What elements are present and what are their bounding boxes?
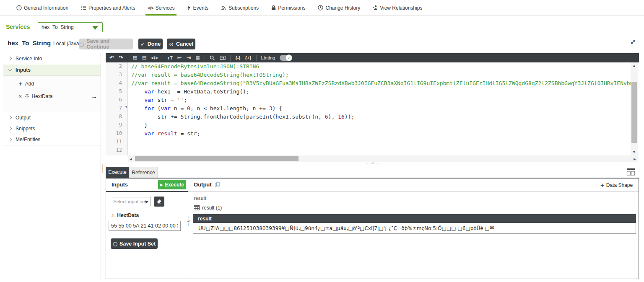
tab-label: Events bbox=[193, 5, 208, 11]
vertical-scroll-thumb[interactable] bbox=[631, 82, 637, 143]
person-network-icon bbox=[373, 5, 378, 10]
tab-label: Subscriptions bbox=[229, 5, 259, 11]
toolbar-separator bbox=[163, 55, 163, 61]
sidebar-section-inputs[interactable]: Inputs bbox=[3, 65, 101, 76]
sidebar-resize-handle[interactable]: ⁞ ⁞ ⁞ bbox=[101, 164, 105, 173]
service-name: hex_To_String bbox=[8, 39, 51, 47]
unfold-braces-icon[interactable]: {+} bbox=[245, 53, 252, 62]
sidebar-section-output[interactable]: Output bbox=[3, 112, 101, 123]
tab-label: General Information bbox=[24, 5, 68, 11]
horizontal-scroll-thumb[interactable] bbox=[135, 156, 299, 161]
undo-icon[interactable]: ↶ bbox=[109, 53, 114, 62]
add-input-button[interactable]: + Add bbox=[18, 80, 34, 87]
hextdata-input[interactable] bbox=[109, 221, 181, 231]
result-value: UU□Z!A□□□861251038039399¥□Ñ]ü,□9ùn4¿□±a□… bbox=[198, 225, 494, 231]
done-button[interactable]: ✓ Done bbox=[138, 39, 163, 49]
goto-arrow-icon[interactable]: → bbox=[91, 93, 97, 100]
tab-subscriptions[interactable]: Subscriptions bbox=[215, 0, 265, 16]
plus-icon: + bbox=[600, 181, 604, 189]
tab-execute[interactable]: Execute bbox=[106, 167, 129, 178]
save-and-continue-button[interactable]: ○ Save and Continue bbox=[79, 39, 133, 49]
indent-less-icon[interactable]: ⇤ bbox=[177, 53, 182, 62]
dropdown-caret-icon bbox=[92, 26, 98, 30]
circle-icon: ○ bbox=[79, 41, 84, 47]
plus-icon: + bbox=[18, 80, 22, 87]
search-icon[interactable] bbox=[210, 55, 215, 61]
code-format-icon[interactable]: </> bbox=[151, 53, 158, 62]
tab-label: Services bbox=[155, 5, 174, 11]
tab-reference[interactable]: Reference bbox=[129, 167, 158, 178]
tab-change-history[interactable]: Change History bbox=[312, 0, 366, 16]
font-size-icon[interactable]: тT bbox=[168, 53, 173, 62]
param-name: HextData bbox=[117, 212, 139, 218]
scroll-down-icon[interactable]: ▼ bbox=[631, 150, 638, 154]
dropdown-caret-icon bbox=[145, 201, 149, 203]
list-icon bbox=[81, 5, 86, 10]
toolbar-separator bbox=[256, 55, 257, 61]
sidebar-section-service-info[interactable]: Service Info bbox=[3, 53, 101, 64]
inputs-output-divider[interactable] bbox=[188, 179, 188, 279]
input-set-dropdown[interactable]: Select input set bbox=[111, 197, 151, 206]
tab-view-relationships[interactable]: View Relationships bbox=[366, 0, 428, 16]
chevron-right-icon bbox=[8, 57, 12, 61]
code-editor-toolbar: ↶ ↷ ⊞ ⊟ </> тT ⇤ ⇥ ≣ {-} {+} Linting ✓ bbox=[106, 53, 639, 62]
scroll-left-icon[interactable]: ◀ bbox=[128, 158, 134, 161]
input-parameter-row[interactable]: × -T- HextData → bbox=[18, 93, 97, 100]
split-layout-icon[interactable] bbox=[626, 168, 635, 176]
add-data-shape-button[interactable]: + Data Shape bbox=[600, 181, 633, 189]
save-input-set-button[interactable]: ○ Save Input Set bbox=[111, 238, 158, 249]
tab-label: Change History bbox=[325, 5, 360, 11]
code-lines[interactable]: 2// base64EncodeBytes(value:JSON):STRING… bbox=[106, 63, 631, 155]
sidebar-inputs-children: + Add × -T- HextData → bbox=[3, 76, 101, 112]
param-label-row: -T- HextData bbox=[111, 212, 139, 218]
tab-services[interactable]: </> Services bbox=[141, 0, 181, 16]
toolbar-separator bbox=[205, 55, 205, 61]
linting-label: Linting bbox=[261, 55, 275, 60]
services-editor-page: General Information Properties and Alert… bbox=[0, 0, 644, 282]
output-header-rule bbox=[188, 191, 639, 192]
chevron-right-icon bbox=[8, 137, 12, 142]
divider-drag-handle[interactable]: ⁞ ◀ ⁞ bbox=[186, 216, 190, 226]
sidebar-section-snippets[interactable]: Snippets bbox=[3, 123, 101, 134]
lightning-icon bbox=[187, 5, 191, 10]
panel-resize-handle[interactable]: ⋯⋯▾⋯⋯ bbox=[358, 161, 388, 165]
fold-braces-icon[interactable]: {-} bbox=[235, 53, 240, 62]
inputs-header-rule bbox=[106, 191, 188, 192]
execute-button[interactable]: ▶ Execute bbox=[158, 180, 186, 189]
scroll-right-icon[interactable]: ▶ bbox=[632, 158, 638, 161]
fullscreen-expand-icon[interactable] bbox=[630, 39, 636, 45]
clock-icon bbox=[318, 5, 323, 10]
expand-all-icon[interactable]: ⊞ bbox=[133, 53, 138, 62]
indent-more-icon[interactable]: ⇥ bbox=[187, 53, 191, 62]
result-table-row: UU□Z!A□□□861251038039399¥□Ñ]ü,□9ùn4¿□±a□… bbox=[193, 223, 636, 234]
chevron-down-icon bbox=[8, 67, 12, 72]
popout-icon[interactable] bbox=[215, 182, 220, 187]
lock-icon bbox=[271, 5, 276, 10]
inputs-panel-title: Inputs bbox=[112, 181, 128, 188]
clear-inputs-button[interactable] bbox=[154, 197, 164, 207]
cancel-button[interactable]: ⊘ Cancel bbox=[167, 39, 195, 49]
reformat-lines-icon[interactable]: ≣ bbox=[195, 53, 200, 62]
tab-events[interactable]: Events bbox=[181, 0, 215, 16]
collapse-all-icon[interactable]: ⊟ bbox=[142, 53, 147, 62]
scroll-up-icon[interactable]: ▲ bbox=[631, 64, 638, 67]
replace-icon[interactable] bbox=[220, 55, 226, 60]
tab-properties-and-alerts[interactable]: Properties and Alerts bbox=[75, 0, 141, 16]
string-type-icon: -T- bbox=[25, 94, 29, 98]
delete-icon[interactable]: × bbox=[18, 93, 22, 100]
eraser-icon bbox=[156, 199, 162, 204]
output-panel-title: Output bbox=[194, 181, 220, 188]
linting-toggle[interactable]: ✓ bbox=[280, 55, 292, 61]
info-icon bbox=[16, 5, 22, 10]
services-section-label: Services bbox=[6, 23, 30, 30]
tab-permissions[interactable]: Permissions bbox=[265, 0, 312, 16]
chevron-right-icon bbox=[8, 127, 12, 131]
tab-general-information[interactable]: General Information bbox=[10, 0, 75, 16]
result-table-header: result bbox=[193, 214, 636, 223]
parameter-name: HextData bbox=[31, 93, 52, 99]
editor-vertical-scrollbar[interactable]: ▲ ▼ bbox=[631, 62, 638, 155]
sidebar-section-me-entities[interactable]: Me/Entities bbox=[3, 134, 101, 145]
redo-icon[interactable]: ↷ bbox=[119, 53, 123, 62]
table-grid-icon bbox=[194, 205, 200, 210]
service-select-dropdown[interactable]: hex_To_String bbox=[38, 22, 103, 32]
